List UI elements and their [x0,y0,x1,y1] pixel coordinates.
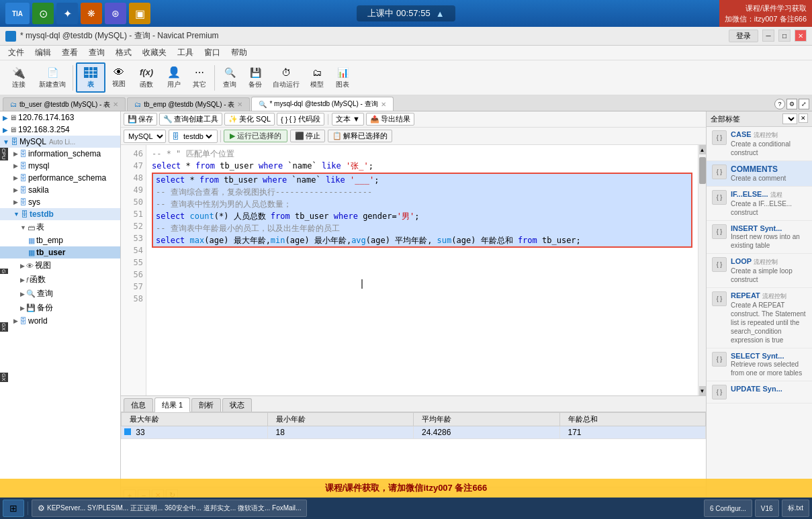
title-bar: * mysql-dql @testdb (MySQL) - 查询 - Navic… [0,27,812,46]
panel-collapse-btn[interactable]: ✕ [799,113,808,123]
sidebar-backups-group[interactable]: ▶ 💾 备份 [0,301,120,315]
sidebar-tables-group[interactable]: ▼ 🗃 表 [0,220,120,234]
code-line-49: -- 查询综合查看，复杂视图执行-------------------- [156,186,688,198]
window-title: * mysql-dql @testdb (MySQL) - 查询 - Navic… [20,30,219,42]
taskbar-apps: TIA ⊙ ✦ ❋ ⊛ ▣ [5,3,150,24]
dialect-select[interactable]: MySQL [124,130,166,143]
tab-tb-emp[interactable]: 🗂 tb_emp @testdb (MySQL) - 表 ✕ [127,97,250,111]
view-btn[interactable]: 👁 视图 [107,64,131,91]
user-btn[interactable]: 👤 用户 [162,64,186,91]
menu-query[interactable]: 查询 [83,46,110,60]
code-editor[interactable]: -- * " 匹配单个位置 select * from tb_user wher… [146,145,698,395]
code-line-58 [152,297,692,309]
connect-btn[interactable]: 🔌 连接 [4,64,34,91]
taskbar-app2[interactable]: 6 Configur... [704,500,752,517]
snippet-update[interactable]: { } UPDATE Syn... [707,381,812,404]
settings-icon[interactable]: ⚙ [786,99,797,109]
model-btn[interactable]: 🗂 模型 [305,64,329,91]
code-line-55 [152,261,692,273]
sidebar-queries-group[interactable]: ▶ 🔍 查询 [0,287,120,301]
snippet-case[interactable]: { } CASE 流程控制 Create a conditional const… [707,127,812,161]
svg-rect-1 [85,70,97,71]
sidebar-functions-group[interactable]: ▶ f 函数 [0,273,120,287]
menu-favorites[interactable]: 收藏夹 [137,46,172,60]
tab-tb-user[interactable]: 🗂 tb_user @testdb (MySQL) - 表 ✕ [3,97,126,111]
code-line-57 [152,285,692,297]
login-btn[interactable]: 登录 [729,30,758,42]
save-btn[interactable]: 💾保存 [124,113,157,126]
other-btn[interactable]: ⋯ 其它 [187,64,212,91]
svg-rect-2 [85,74,97,75]
snippet-insert[interactable]: { } INSERT Synt... Insert new rows into … [707,221,812,254]
beautify-btn[interactable]: ✨美化 SQL [224,113,275,126]
sidebar-mysql[interactable]: ▼ 🗄 MySQL Auto Li... [0,136,120,148]
query-btn[interactable]: 🔍 查询 [218,64,242,91]
result-tabs: 信息 结果 1 剖析 状态 [121,396,706,412]
left-edge-gx1: GX [0,322,8,332]
snippet-if-else[interactable]: { } IF...ELSE... 流程 Create a IF...ELSE..… [707,187,812,221]
help-icon[interactable]: ? [774,99,785,109]
taskbar-v16[interactable]: V16 [755,500,779,517]
sidebar-db-mysql[interactable]: ▶ 🗄 mysql [0,160,120,172]
left-edge-cpu: CPU [0,148,8,160]
taskbar-file[interactable]: 标.txt [782,500,809,517]
auto-run-btn[interactable]: ⏱ 自动运行 [269,64,304,91]
taskbar-app1[interactable]: ⚙KEPServer... SY/PLESIM... 正正证明... 360安全… [32,500,307,517]
result-tab-analyze[interactable]: 剖析 [191,398,221,412]
sidebar-db-testdb[interactable]: ▼ 🗄 testdb [0,208,120,220]
new-query-btn[interactable]: 📄 新建查询 [35,64,70,91]
taskbar-sep [28,502,28,515]
function-btn[interactable]: f(x) 函数 [132,64,161,91]
tags-select[interactable] [782,113,797,124]
sidebar-item-ip1[interactable]: ▶ 🖥 120.76.174.163 [0,111,120,124]
sidebar-db-world[interactable]: ▶ 🗄 world [0,315,120,327]
menu-tools[interactable]: 工具 [172,46,199,60]
editor-scrollbar[interactable]: ▲ ▼ [698,145,706,395]
result-tab-results1[interactable]: 结果 1 [154,397,190,412]
menu-help[interactable]: 帮助 [226,46,253,60]
snippet-loop[interactable]: { } LOOP 流程控制 Create a simple loop const… [707,254,812,288]
menu-window[interactable]: 窗口 [199,46,226,60]
tab-mysql-dql[interactable]: 🔍 * mysql-dql @testdb (MySQL) - 查询 ✕ [251,97,393,111]
sidebar-db-sakila[interactable]: ▶ 🗄 sakila [0,184,120,196]
chart-btn[interactable]: 📊 图表 [330,64,355,91]
backup-btn[interactable]: 💾 备份 [243,64,267,91]
sidebar-item-ip2[interactable]: ▶ 🖥 192.168.3.254 [0,124,120,136]
sidebar-table-tb_emp[interactable]: ▦ tb_emp [0,234,120,246]
stop-btn[interactable]: ⬛停止 [290,130,325,142]
start-btn[interactable]: ⊞ [3,500,24,517]
code-line-54 [152,248,692,261]
menu-bar: 文件 编辑 查看 查询 格式 收藏夹 工具 窗口 帮助 [0,46,812,60]
text-btn[interactable]: 文本 ▼ [332,113,364,126]
run-selected-btn[interactable]: ▶运行已选择的 [224,130,287,142]
table-btn[interactable]: 表 [76,62,105,93]
result-tab-info[interactable]: 信息 [124,398,153,412]
code-line-56 [152,273,692,285]
expand-icon[interactable]: ⤢ [799,99,809,109]
svg-rect-4 [93,67,93,78]
sidebar-db-information_schema[interactable]: ▶ 🗄 information_schema [0,148,120,160]
code-snippet-btn[interactable]: { }{ } 代码段 [277,113,324,126]
sidebar-db-sys[interactable]: ▶ 🗄 sys [0,196,120,208]
database-select[interactable]: testdb [181,132,214,141]
menu-edit[interactable]: 编辑 [30,46,56,60]
export-btn[interactable]: 📤导出结果 [366,113,414,126]
explain-btn[interactable]: 📋解释已选择的 [328,130,392,142]
menu-file[interactable]: 文件 [3,46,30,60]
code-line-52: -- 查询表中年龄最小的员工，以及出生年龄的员工 [156,222,688,234]
taskbar: ⊞ ⚙KEPServer... SY/PLESIM... 正正证明... 360… [0,498,812,519]
center-content: 💾保存 🔧查询创建工具 ✨美化 SQL { }{ } 代码段 文本 ▼ 📤导出结… [121,111,706,519]
menu-view[interactable]: 查看 [56,46,83,60]
editor: 46474849505152535455565758 -- * " 匹配单个位置… [121,145,706,395]
query-builder-btn[interactable]: 🔧查询创建工具 [159,113,222,126]
result-tab-status[interactable]: 状态 [222,398,252,412]
watermark-bottom: 课程/课件获取，请加微信itzy007 备注666 [0,479,812,498]
snippet-repeat[interactable]: { } REPEAT 流程控制 Create A REPEAT construc… [707,288,812,348]
menu-format[interactable]: 格式 [110,46,137,60]
right-panel: 全部标签 ✕ { } CASE 流程控制 Create a conditiona… [706,111,812,519]
sidebar-table-tb_user[interactable]: ▦ tb_user [0,246,120,258]
snippet-comments[interactable]: { } COMMENTS Create a comment [707,161,812,187]
snippet-select[interactable]: { } SELECT Synt... Retrieve rows selecte… [707,348,812,381]
sidebar-views-group[interactable]: ▶ 👁 视图 [0,258,120,273]
sidebar-db-performance_schema[interactable]: ▶ 🗄 performance_schema [0,172,120,184]
